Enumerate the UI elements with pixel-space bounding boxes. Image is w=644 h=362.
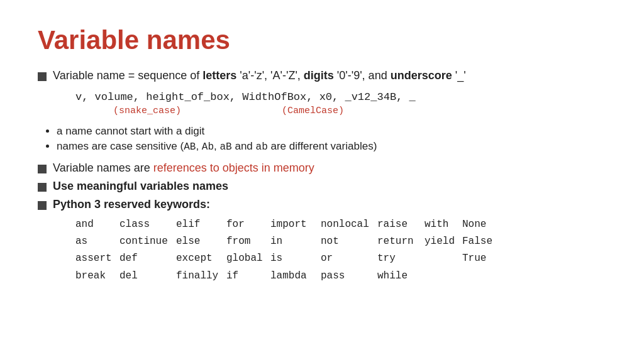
keywords-row-0: andclasselifforimportnonlocalraisewithNo… — [75, 216, 606, 233]
keyword-cell: global — [226, 250, 270, 267]
keyword-cell — [425, 268, 462, 285]
keyword-cell: nonlocal — [321, 216, 377, 233]
keyword-cell: def — [119, 250, 176, 267]
bullet-4-text: Python 3 reserved keywords: — [53, 198, 210, 211]
bullet-icon-3 — [38, 183, 47, 192]
keyword-cell: for — [226, 216, 270, 233]
bullet-2: Variable names are references to objects… — [38, 162, 606, 175]
keywords-row-3: breakdelfinallyiflambdapasswhile — [75, 268, 606, 285]
keyword-cell: yield — [425, 233, 462, 250]
keyword-cell: try — [377, 250, 425, 267]
bullet-icon-4 — [38, 201, 47, 210]
keyword-cell: or — [321, 250, 377, 267]
keyword-cell: class — [119, 216, 176, 233]
bullet-icon-1 — [38, 72, 47, 81]
keyword-cell: is — [270, 250, 321, 267]
keyword-cell: True — [462, 250, 503, 267]
bullet-3-text: Use meaningful variables names — [53, 180, 228, 193]
bullet-1-text: Variable name = sequence of letters 'a'-… — [53, 69, 466, 82]
keyword-cell: and — [75, 216, 119, 233]
keyword-cell: while — [377, 268, 425, 285]
keyword-cell: continue — [119, 233, 176, 250]
keyword-cell: elif — [176, 216, 226, 233]
bullet-3: Use meaningful variables names — [38, 180, 606, 193]
keyword-cell: False — [462, 233, 503, 250]
keyword-cell: raise — [377, 216, 425, 233]
keyword-cell — [425, 250, 462, 267]
keyword-cell: return — [377, 233, 425, 250]
bullet-1: Variable name = sequence of letters 'a'-… — [38, 69, 606, 82]
keywords-row-1: ascontinueelsefrominnotreturnyieldFalse — [75, 233, 606, 250]
keyword-cell: finally — [176, 268, 226, 285]
keywords-table: andclasselifforimportnonlocalraisewithNo… — [75, 216, 606, 285]
keyword-cell: in — [270, 233, 321, 250]
sub-bullets: a name cannot start with a digit names a… — [57, 125, 606, 153]
keyword-cell: import — [270, 216, 321, 233]
keyword-cell: as — [75, 233, 119, 250]
keyword-cell: lambda — [270, 268, 321, 285]
keyword-cell: except — [176, 250, 226, 267]
keyword-cell: del — [119, 268, 176, 285]
keyword-cell: break — [75, 268, 119, 285]
keyword-cell: None — [462, 216, 503, 233]
keyword-cell — [462, 268, 503, 285]
sub-bullet-1: a name cannot start with a digit — [57, 125, 606, 138]
keyword-cell: not — [321, 233, 377, 250]
keyword-cell: if — [226, 268, 270, 285]
bullet-4: Python 3 reserved keywords: — [38, 198, 606, 211]
keyword-cell: pass — [321, 268, 377, 285]
sub-bullet-2: names are case sensitive (AB, Ab, aB and… — [57, 140, 606, 153]
keyword-cell: assert — [75, 250, 119, 267]
keyword-cell: from — [226, 233, 270, 250]
page-title: Variable names — [38, 25, 606, 55]
keyword-cell: with — [425, 216, 462, 233]
labels-row: (snake_case) (CamelCase) — [75, 106, 606, 116]
bullet-icon-2 — [38, 165, 47, 173]
keywords-row-2: assertdefexceptglobalisortryTrue — [75, 250, 606, 267]
keyword-cell: else — [176, 233, 226, 250]
camel-case-label: (CamelCase) — [282, 106, 344, 116]
bullet-2-text: Variable names are references to objects… — [53, 162, 314, 175]
snake-case-label: (snake_case) — [113, 106, 181, 116]
code-example: v, volume, height_of_box, WidthOfBox, x0… — [75, 91, 606, 103]
